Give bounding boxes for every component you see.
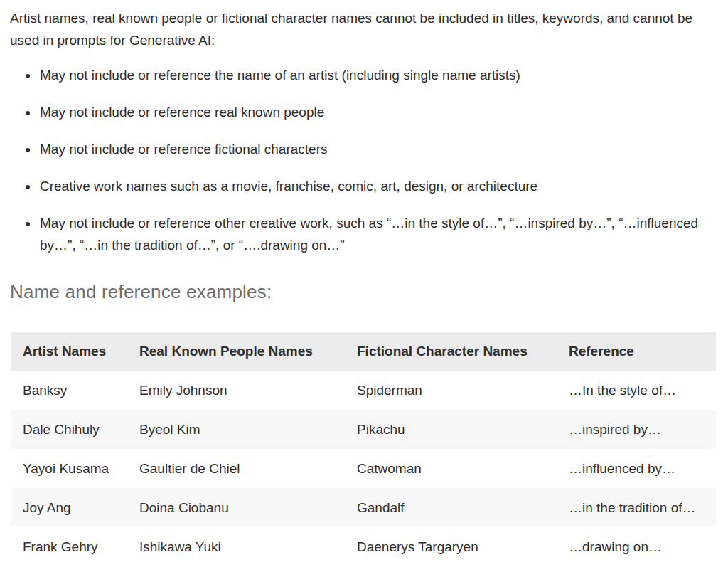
table-row: Dale Chihuly Byeol Kim Pikachu …inspired… [11,410,716,449]
policy-bullet-list: May not include or reference the name of… [10,64,718,256]
examples-table-header: Artist Names Real Known People Names Fic… [11,332,716,371]
table-row: Frank Gehry Ishikawa Yuki Daenerys Targa… [11,527,716,566]
article-content: Artist names, real known people or ficti… [0,0,728,566]
policy-bullet-creative-works: Creative work names such as a movie, fra… [38,175,718,197]
cell-reference: …In the style of… [557,371,716,410]
column-header-people-names: Real Known People Names [128,332,346,371]
examples-table-body: Banksy Emily Johnson Spiderman …In the s… [11,371,716,566]
examples-table: Artist Names Real Known People Names Fic… [11,332,716,566]
section-heading: Name and reference examples: [10,280,718,304]
cell-person-name: Byeol Kim [128,410,346,449]
policy-bullet-fictional: May not include or reference fictional c… [38,138,718,160]
policy-bullet-references: May not include or reference other creat… [38,212,718,256]
cell-character-name: Gandalf [346,488,557,527]
cell-character-name: Catwoman [346,449,557,488]
cell-artist-name: Dale Chihuly [11,410,128,449]
policy-bullet-real-people: May not include or reference real known … [38,101,718,123]
cell-person-name: Gaultier de Chiel [128,449,346,488]
cell-artist-name: Frank Gehry [11,527,128,566]
cell-reference: …influenced by… [557,449,716,488]
table-row: Banksy Emily Johnson Spiderman …In the s… [11,371,716,410]
cell-reference: …in the tradition of… [557,488,716,527]
cell-person-name: Emily Johnson [128,371,346,410]
cell-artist-name: Yayoi Kusama [11,449,128,488]
cell-reference: …drawing on… [557,527,716,566]
column-header-character-names: Fictional Character Names [346,332,557,371]
intro-paragraph: Artist names, real known people or ficti… [10,7,718,51]
column-header-artist-names: Artist Names [11,332,128,371]
cell-person-name: Ishikawa Yuki [128,527,346,566]
cell-artist-name: Joy Ang [11,488,128,527]
cell-artist-name: Banksy [11,371,128,410]
table-row: Joy Ang Doina Ciobanu Gandalf …in the tr… [11,488,716,527]
cell-person-name: Doina Ciobanu [128,488,346,527]
policy-bullet-artist-names: May not include or reference the name of… [38,64,718,86]
cell-character-name: Spiderman [346,371,557,410]
table-row: Yayoi Kusama Gaultier de Chiel Catwoman … [11,449,716,488]
cell-character-name: Pikachu [346,410,557,449]
cell-reference: …inspired by… [557,410,716,449]
cell-character-name: Daenerys Targaryen [346,527,557,566]
header-row: Artist Names Real Known People Names Fic… [11,332,716,371]
column-header-reference: Reference [557,332,716,371]
